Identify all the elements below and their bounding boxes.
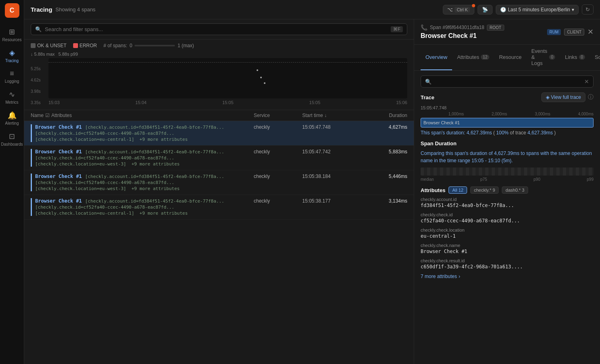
title-row: Browser Check #1 [421,32,504,40]
attr-filter-dash0[interactable]: dash0.* 3 [502,186,528,194]
rum-badge[interactable]: RUM [547,29,561,35]
start-time: 15:05:47.742 [302,149,367,155]
refresh-button[interactable]: ↻ [582,4,594,15]
topbar-left: Tracing Showing 4 spans [31,6,95,13]
attr-value: fd384f51-45f2-4ea0-bfce-77f8a... [421,203,594,208]
trace-bar-fill: Browser Check #1 [421,118,594,128]
attr-value: eu-central-1 [421,233,594,239]
chevron-down-icon: ▾ [572,7,574,13]
trace-duration-value: 4,627.39ms [467,130,492,136]
more-attrs-link[interactable]: +9 more attributes [139,137,187,142]
search-input-wrap[interactable]: 🔍 ⌘F [31,23,407,35]
duration: 5,446ms [367,174,407,179]
col-checkbox[interactable]: ☑ [45,113,50,118]
attr-tag-3: [checkly.check.location=eu-west-3] +9 mo… [35,186,254,191]
ctrl-k-button[interactable]: ⌥ Ctrl K [443,5,474,15]
sidebar-item-tracing[interactable]: ◈ Tracing [0,45,24,66]
service-badge: checkly [254,124,302,130]
table-row[interactable]: Browser Check #1 [checkly.account.id=fd3… [24,195,414,220]
duration-bar-container [421,167,594,176]
tab-source[interactable]: Sour... [590,45,600,70]
tab-links-label: Links [565,54,577,60]
more-attrs-link[interactable]: +9 more attributes [139,211,187,216]
right-search-clear[interactable]: ✕ [584,78,589,85]
time-range-button[interactable]: 🕐 Last 5 minutes Europe/Berlin ▾ [496,5,579,15]
attr-filter-checkly[interactable]: checkly.* 9 [470,186,499,194]
table-row[interactable]: Browser Check #1 [checkly.account.id=fd3… [24,170,414,195]
table-row[interactable]: Browser Check #1 [checkly.account.id=fd3… [24,146,414,170]
max-label: 5.88s max [34,52,55,56]
notification-dot [472,4,475,7]
view-full-trace-button[interactable]: ◈ View full trace [541,92,585,102]
tab-resource[interactable]: Resource [494,45,526,70]
legend-ok-label: OK & UNSET [37,43,67,48]
spans-bar [135,45,175,46]
more-attrs-label: 7 more attributes [421,274,457,279]
close-button[interactable]: ✕ [587,27,594,36]
attr-tag-1: [checkly.account.id=fd384f51-45f2-4ea0-b… [85,199,224,204]
sidebar-item-label: Metrics [5,100,18,105]
attr-value: cf52fa40-ccec-4490-a678-eac87fd... [421,218,594,224]
attr-tag-2: [checkly.check.id=cf52fa40-ccec-4490-a67… [35,131,254,136]
duration: 5,883ms [367,149,407,155]
attributes-header: Attributes All 12 checkly.* 9 dash0.* 3 [421,186,594,194]
span-name: Browser Check #1 [35,124,82,130]
attr-key: checkly.check.name [421,243,594,248]
trace-info-button[interactable]: ⓘ [588,94,594,101]
tab-events-logs-label: Events & Logs [531,48,547,66]
right-search[interactable]: 🔍 ✕ [421,75,594,88]
attr-tag-3: [checkly.check.location=eu-central-1] +9… [35,211,254,216]
tabs: Overview Attributes 12 Resource Events &… [414,45,600,71]
sidebar-item-resources[interactable]: ⊞ Resources [0,24,24,45]
attr-key: checkly.check.id [421,212,594,217]
tab-links[interactable]: Links 0 [560,45,590,70]
tab-attributes-label: Attributes [457,54,479,60]
service-badge: checkly [254,149,302,155]
span-name: Browser Check #1 [35,174,82,179]
row-main: Browser Check #1 [checkly.account.id=fd3… [35,174,254,179]
logging-icon: ≡ [10,69,14,78]
app-logo[interactable]: C [5,3,19,18]
axis-4: 4,000ms [578,112,594,116]
x-label-1: 15:04 [135,100,147,105]
broadcast-button[interactable]: 📡 [478,5,493,15]
sidebar-item-dashboards[interactable]: ⊡ Dashboards [0,129,24,150]
x-label-0: 15:03 [48,100,60,105]
tab-attributes[interactable]: Attributes 12 [452,45,494,70]
attr-value: c650df1f-3a39-4fc2-968a-701a613.... [421,264,594,270]
attr-row-check-location: checkly.check.location eu-central-1 [421,228,594,239]
attr-filter-all[interactable]: All 12 [448,186,467,194]
legend-ok: OK & UNSET [31,43,67,48]
duration-labels: median p75 p90 p99 [421,177,594,182]
more-attrs-link[interactable]: +9 more attributes [131,161,179,167]
right-header-right: RUM CLIENT ✕ [547,27,594,36]
duration-desc: Comparing this span's duration of 4,627.… [421,150,594,164]
chart-stats: ↓ 5.88s max 5.88s p99 [31,52,407,56]
sidebar-item-logging[interactable]: ≡ Logging [0,66,24,87]
sidebar-item-metrics[interactable]: ∿ Metrics [0,87,24,108]
client-badge[interactable]: CLIENT [564,29,584,36]
main-content: Tracing Showing 4 spans ⌥ Ctrl K 📡 🕐 Las… [24,0,600,364]
search-input[interactable] [45,26,387,32]
right-search-input[interactable] [435,79,581,84]
chart-area: OK & UNSET ERROR # of spans: 0 1 (max) ↓ [24,40,414,110]
more-attributes-link[interactable]: 7 more attributes › [421,274,594,279]
more-attrs-link[interactable]: +9 more attributes [131,186,179,191]
tab-events-logs[interactable]: Events & Logs 0 [526,45,560,70]
search-icon: 🔍 [35,26,42,32]
row-main: Browser Check #1 [checkly.account.id=fd3… [35,198,254,204]
table-row[interactable]: Browser Check #1 [checkly.account.id=fd3… [24,121,414,146]
trace-timeline: 15:05:47.748 1,000ms 2,000ms 3,000ms 4,0… [421,105,594,136]
sidebar-item-label: Alerting [5,121,19,126]
axis-1: 1,000ms [448,112,464,116]
span-duration-header: Span Duration [421,140,594,146]
spans-min: 0 [130,43,133,48]
attributes-section: Attributes All 12 checkly.* 9 dash0.* 3 [421,186,594,279]
attr-key: checkly.account.id [421,197,594,202]
sidebar-item-label: Dashboards [1,142,23,146]
tab-overview[interactable]: Overview [421,45,452,70]
tab-links-badge: 0 [579,54,585,60]
sidebar-item-alerting[interactable]: 🔔 Alerting [0,108,24,129]
chart-labels: 15:03 15:04 15:05 15:05 15:06 [48,98,407,107]
trace-section-title: Trace [421,94,434,100]
